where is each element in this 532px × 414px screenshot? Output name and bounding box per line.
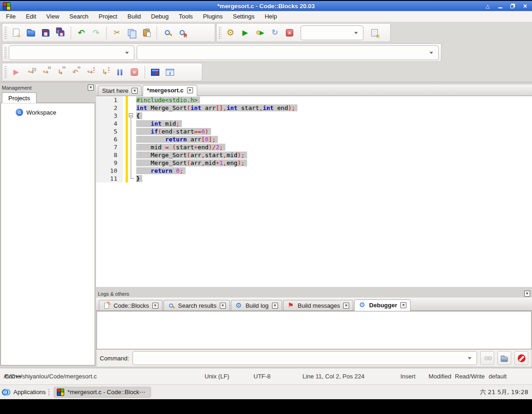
code-editor[interactable]: 1#include<stdio.h>2int Merge_Sort(int ar…: [96, 96, 532, 287]
menu-search[interactable]: Search: [64, 11, 93, 22]
run-to-cursor-button[interactable]: ↪: [24, 65, 38, 79]
gears-icon: ⚙⚙: [481, 352, 494, 365]
code-line[interactable]: 9 Merge_Sort(arr,mid+1,eng);: [96, 159, 532, 167]
menu-project[interactable]: Project: [94, 11, 122, 22]
menu-settings[interactable]: Settings: [228, 11, 260, 22]
step-out-button[interactable]: ↶: [68, 65, 82, 79]
task-button-codeblocks[interactable]: *mergesort.c - Code::Block⋯: [54, 387, 151, 398]
code-line[interactable]: 8 Merge_Sort(arr,start,mid);: [96, 151, 532, 159]
scope-select[interactable]: [9, 45, 134, 60]
open-log-file-button[interactable]: [497, 351, 511, 365]
symbol-select[interactable]: [137, 45, 439, 60]
debug-continue-button[interactable]: ▶: [9, 65, 23, 79]
applications-menu[interactable]: Applications: [13, 389, 46, 396]
code-line[interactable]: 7 mid = (start+end)/2;: [96, 143, 532, 151]
close-window-icon[interactable]: ×: [522, 3, 528, 9]
paste-button[interactable]: [139, 26, 153, 40]
debugging-windows-button[interactable]: [148, 65, 162, 79]
fold-margin[interactable]: −: [128, 112, 134, 120]
close-tab-icon[interactable]: ×: [187, 87, 193, 93]
toolbar-grip[interactable]: [218, 26, 221, 39]
menu-build[interactable]: Build: [122, 11, 146, 22]
menu-file[interactable]: File: [1, 11, 21, 22]
build-and-run-button[interactable]: ⚙▶: [253, 26, 267, 40]
code-line[interactable]: 2int Merge_Sort(int arr[],int start,int …: [96, 104, 532, 112]
menu-help[interactable]: Help: [260, 11, 282, 22]
tab-projects[interactable]: Projects: [2, 92, 36, 103]
open-file-button[interactable]: [24, 26, 38, 40]
fold-margin: [128, 120, 134, 128]
step-into-button[interactable]: ↳: [54, 65, 67, 79]
stop-debugger-button[interactable]: ×: [127, 65, 141, 79]
debugger-settings-button[interactable]: ⚙⚙: [480, 351, 494, 365]
status-line-ending: Unix (LF): [205, 373, 229, 380]
fold-line: [131, 159, 131, 167]
clear-log-button[interactable]: [514, 351, 528, 365]
code-line[interactable]: 11}: [96, 175, 532, 183]
compiler-properties-button[interactable]: ⚙: [368, 26, 381, 40]
step-out-icon: ↶: [68, 65, 82, 79]
line-number: 10: [96, 167, 123, 175]
distro-logo-icon: [4, 389, 11, 396]
toolbar-grip[interactable]: [4, 46, 7, 59]
code-line[interactable]: 5 if(end-start==0): [96, 128, 532, 135]
menu-plugins[interactable]: Plugins: [198, 11, 228, 22]
build-button[interactable]: ⚙: [224, 26, 237, 40]
tab-search-results[interactable]: Search results×: [163, 300, 230, 310]
close-tab-icon[interactable]: ×: [272, 303, 278, 309]
menu-tools[interactable]: Tools: [174, 11, 198, 22]
replace-button[interactable]: R: [175, 26, 189, 40]
break-debugger-button[interactable]: [113, 65, 127, 79]
menu-edit[interactable]: Edit: [21, 11, 41, 22]
toolbar-grip[interactable]: [4, 26, 7, 39]
redo-button[interactable]: ↷: [89, 26, 103, 40]
next-instruction-button[interactable]: ↪: [83, 65, 97, 79]
close-logs-icon[interactable]: ×: [524, 291, 530, 297]
menu-debug[interactable]: Debug: [146, 11, 174, 22]
next-line-button[interactable]: ↪: [39, 65, 53, 79]
tree-item-workspace[interactable]: ⌂ Workspace: [1, 109, 95, 116]
maximize-icon[interactable]: [509, 3, 516, 9]
close-tab-icon[interactable]: ×: [343, 303, 349, 309]
cut-button[interactable]: ✂: [110, 26, 124, 40]
find-button[interactable]: [160, 26, 174, 40]
build-target-select[interactable]: [301, 25, 363, 40]
new-file-icon: +: [9, 26, 23, 40]
tab-build-messages[interactable]: ⚑Build messages×: [283, 300, 354, 310]
tab-build-log[interactable]: ⚙Build log×: [231, 300, 282, 310]
step-into-instruction-button[interactable]: ↳: [98, 65, 112, 79]
toolbar-grip[interactable]: [4, 66, 7, 79]
undo-button[interactable]: ↶: [74, 26, 88, 40]
close-tab-icon[interactable]: ×: [220, 303, 226, 309]
save-all-button[interactable]: [54, 26, 67, 40]
minimize-icon[interactable]: [497, 3, 503, 9]
various-info-button[interactable]: i: [163, 65, 177, 79]
code-line[interactable]: 4 int mid;: [96, 120, 532, 128]
debugger-log-output[interactable]: [97, 311, 532, 349]
taskbar-clock[interactable]: 六 21 5月, 19:28: [480, 388, 528, 396]
tab--mergesort-c[interactable]: *mergesort.c×: [143, 85, 197, 96]
tab-code-blocks[interactable]: ✎Code::Blocks×: [99, 300, 163, 310]
close-tab-icon[interactable]: ×: [152, 303, 158, 309]
run-button[interactable]: ▶: [238, 26, 252, 40]
shade-window-icon[interactable]: △: [484, 3, 491, 9]
close-tab-icon[interactable]: ×: [132, 88, 138, 94]
copy-button[interactable]: [125, 26, 139, 40]
code-line[interactable]: 3−{: [96, 112, 532, 120]
task-button-label: *mergesort.c - Code::Block⋯: [67, 389, 145, 396]
code-line[interactable]: 1#include<stdio.h>: [96, 96, 532, 104]
compiler-toolbar: ⚙▶⚙▶↻× ⚙: [216, 23, 391, 42]
tab-start-here[interactable]: Start here×: [98, 85, 142, 96]
command-input[interactable]: [133, 351, 477, 365]
new-file-button[interactable]: +: [9, 26, 23, 40]
code-line[interactable]: 6 return arr[0];: [96, 135, 532, 143]
code-line[interactable]: 10 return 0;: [96, 167, 532, 175]
tab-debugger[interactable]: ⚙Debugger×: [354, 299, 411, 311]
rebuild-button[interactable]: ↻: [268, 26, 282, 40]
abort-button[interactable]: ×: [283, 26, 296, 40]
close-management-icon[interactable]: ×: [88, 85, 94, 91]
fold-collapse-icon[interactable]: −: [129, 113, 133, 117]
close-tab-icon[interactable]: ×: [400, 302, 406, 308]
save-file-button[interactable]: [39, 26, 53, 40]
menu-view[interactable]: View: [41, 11, 64, 22]
